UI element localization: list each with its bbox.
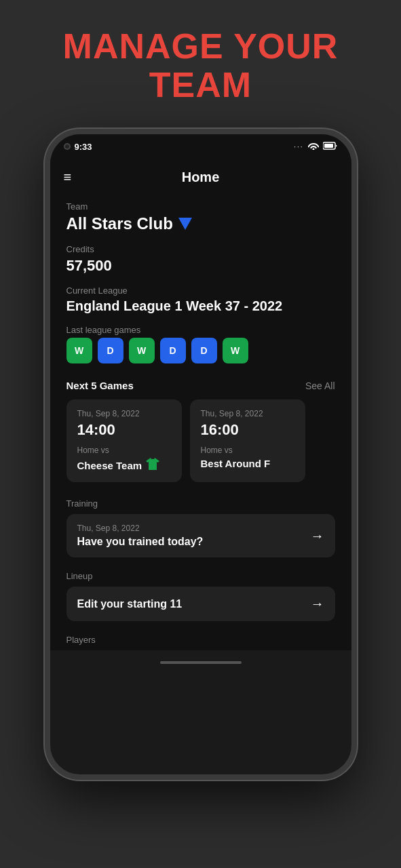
hamburger-button[interactable]: ≡ — [64, 170, 72, 185]
game2-vs: Home vs — [201, 446, 294, 455]
lineup-arrow-icon: → — [311, 596, 324, 612]
next-games-title: Next 5 Games — [66, 380, 134, 391]
game-card-2[interactable]: Thu, Sep 8, 2022 16:00 Home vs Best Arou… — [190, 399, 305, 482]
next-games-header: Next 5 Games See All — [66, 380, 335, 391]
game2-date: Thu, Sep 8, 2022 — [201, 409, 294, 418]
game2-time: 16:00 — [201, 421, 294, 439]
lineup-text: Edit your starting 11 — [77, 598, 311, 610]
team-label: Team — [66, 201, 335, 212]
svg-rect-1 — [324, 144, 333, 148]
lineup-card-content: Edit your starting 11 — [77, 598, 311, 610]
game-badge-w3: W — [223, 338, 248, 363]
content-area: Team All Stars Club Credits 57,500 Curre… — [50, 196, 351, 650]
last-games-row: W D W D D W — [66, 338, 335, 363]
team-name: All Stars Club — [66, 214, 173, 233]
lineup-label: Lineup — [66, 571, 335, 581]
game-badge-w1: W — [66, 338, 92, 363]
headline-line2: TEAM — [63, 66, 339, 104]
game-badge-d1: D — [98, 338, 123, 363]
page-headline: MANAGE YOUR TEAM — [63, 27, 339, 104]
home-indicator — [160, 661, 242, 664]
status-time: 9:33 — [75, 142, 92, 152]
training-date: Thu, Sep 8, 2022 — [77, 524, 311, 533]
game1-time: 14:00 — [77, 421, 171, 439]
game2-opponent: Best Around F — [201, 458, 294, 469]
team-badge-icon — [178, 218, 192, 230]
training-card[interactable]: Thu, Sep 8, 2022 Have you trained today?… — [66, 514, 335, 557]
app-content: ≡ Home Team All Stars Club Credits 57,50… — [50, 159, 351, 650]
training-section: Training Thu, Sep 8, 2022 Have you train… — [66, 498, 335, 557]
headline-line1: MANAGE YOUR — [63, 27, 339, 66]
game-badge-d3: D — [191, 338, 217, 363]
battery-icon — [323, 141, 338, 152]
game1-date: Thu, Sep 8, 2022 — [77, 409, 171, 418]
training-label: Training — [66, 498, 335, 509]
status-left: 9:33 — [64, 142, 92, 152]
lineup-section: Lineup Edit your starting 11 → — [66, 571, 335, 621]
shirt-icon — [146, 458, 159, 473]
wifi-icon — [308, 141, 319, 152]
credits-value: 57,500 — [66, 257, 335, 275]
status-right: ··· — [294, 141, 337, 152]
game1-opponent: Cheese Team — [77, 458, 171, 473]
see-all-link[interactable]: See All — [305, 380, 335, 391]
lineup-card[interactable]: Edit your starting 11 → — [66, 587, 335, 621]
games-scroll: Thu, Sep 8, 2022 14:00 Home vs Cheese Te… — [66, 399, 335, 482]
players-label: Players — [66, 635, 335, 645]
training-text: Have you trained today? — [77, 536, 311, 548]
game-badge-w2: W — [129, 338, 155, 363]
status-bar: 9:33 ··· — [50, 134, 351, 159]
header-title: Home — [182, 170, 220, 185]
game-card-1[interactable]: Thu, Sep 8, 2022 14:00 Home vs Cheese Te… — [66, 399, 182, 482]
phone-frame: 9:33 ··· ≡ Home — [45, 129, 357, 780]
training-arrow-icon: → — [311, 528, 324, 544]
phone-side-button — [356, 243, 357, 283]
game1-vs: Home vs — [77, 446, 171, 455]
training-card-content: Thu, Sep 8, 2022 Have you trained today? — [77, 524, 311, 548]
team-name-row: All Stars Club — [66, 214, 335, 233]
game-badge-d2: D — [160, 338, 186, 363]
camera-dot — [64, 143, 71, 150]
app-header: ≡ Home — [50, 159, 351, 196]
league-label: Current League — [66, 285, 335, 296]
status-dots: ··· — [294, 143, 303, 151]
credits-label: Credits — [66, 244, 335, 254]
last-games-label: Last league games — [66, 325, 335, 335]
league-name: England League 1 Week 37 - 2022 — [66, 298, 335, 314]
